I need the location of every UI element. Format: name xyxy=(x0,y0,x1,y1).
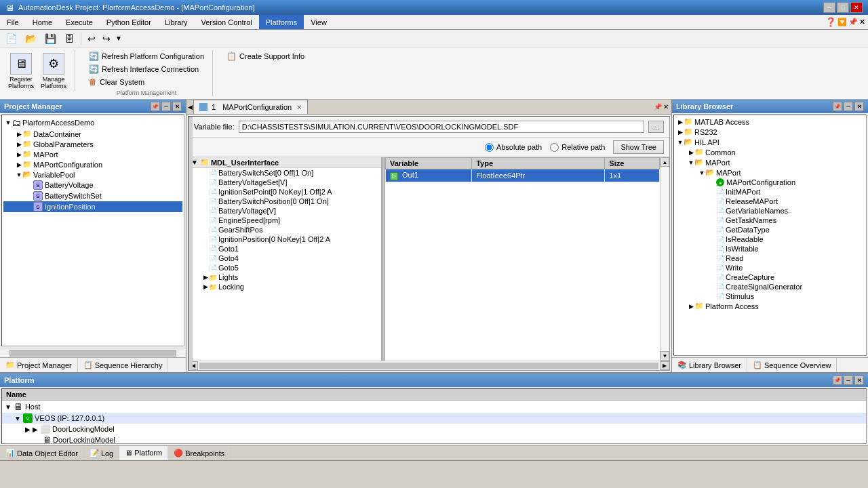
doc-tab-maportconfig[interactable]: 1 MAPortConfiguration ✕ xyxy=(193,100,308,114)
mdl-item-3[interactable]: 📄 BatterySwitchPosition[0 Off|1 On] xyxy=(189,197,381,206)
window-close-menu[interactable]: ✕ xyxy=(859,18,865,26)
lib-isreadable[interactable]: 📄 IsReadable xyxy=(675,235,865,244)
doc-tab-scroll-left[interactable]: ◀ xyxy=(186,104,193,110)
pm-pin-button[interactable]: 📌 xyxy=(151,102,160,111)
tree-item-ignitionposition[interactable]: S IgnitionPosition xyxy=(3,201,182,212)
lib-common[interactable]: ▶ 📁 Common xyxy=(675,147,865,157)
clear-system-button[interactable]: 🗑 Clear System xyxy=(86,76,207,88)
toolbar-open-icon[interactable]: 📂 xyxy=(22,32,39,45)
refresh-platform-config-button[interactable]: 🔄 Refresh Platform Configuration xyxy=(86,50,207,62)
pm-hscrollbar[interactable] xyxy=(0,348,186,357)
pin-icon[interactable]: 📌 xyxy=(848,18,858,26)
mdl-lights-expander[interactable]: ▶ xyxy=(202,274,209,281)
platform-door1-expand-icon[interactable]: ▶ xyxy=(33,426,38,433)
tree-item-batteryswitchset[interactable]: S BatterySwitchSet xyxy=(3,190,182,201)
menu-home[interactable]: Home xyxy=(26,15,59,29)
mdl-item-6[interactable]: 📄 GearShiftPos xyxy=(189,225,381,235)
relative-path-radio[interactable] xyxy=(550,143,559,152)
manage-platforms-button[interactable]: ⚙ ManagePlatforms xyxy=(38,52,69,91)
tab-log[interactable]: 📝 Log xyxy=(84,446,119,460)
lb-close-button[interactable]: ✕ xyxy=(854,102,864,111)
doc-pin-button[interactable]: 📌 xyxy=(654,103,662,110)
maximize-button[interactable]: □ xyxy=(837,2,849,13)
platform-row-veos[interactable]: ▼ V VEOS (IP: 127.0.0.1) xyxy=(2,413,866,424)
tree-item-maport[interactable]: ▶ 📁 MAPort xyxy=(3,149,182,159)
pm-close-button[interactable]: ✕ xyxy=(172,102,182,111)
lib-maport-folder[interactable]: ▼ 📂 MAPort xyxy=(675,157,865,167)
mdl-item-2[interactable]: 📄 IgnitionSetPoint[0 NoKey|1 Off|2 A xyxy=(189,187,381,197)
register-platforms-button[interactable]: 🖥 RegisterPlatforms xyxy=(5,52,37,91)
tab-library-browser[interactable]: 📚 Library Browser xyxy=(672,358,747,372)
lib-iswritable[interactable]: 📄 IsWritable xyxy=(675,244,865,253)
mdl-locking-expander[interactable]: ▶ xyxy=(202,283,209,290)
lib-createcapture[interactable]: 📄 CreateCapture xyxy=(675,272,865,282)
platform-expander-host[interactable]: ▼ xyxy=(5,403,12,411)
variable-file-browse-button[interactable]: ... xyxy=(648,121,664,133)
menu-python-editor[interactable]: Python Editor xyxy=(100,15,158,29)
toolbar-save-icon[interactable]: 💾 xyxy=(42,32,59,45)
tab-platform[interactable]: 🖥 Platform xyxy=(119,446,168,460)
lib-maport-file-expander[interactable]: ▼ xyxy=(698,169,705,176)
center-vscrollbar[interactable]: ▲ ▼ xyxy=(660,157,669,361)
lib-maportconfig[interactable]: ● MAPortConfiguration xyxy=(675,178,865,187)
lib-hil-expander[interactable]: ▼ xyxy=(677,139,684,146)
mdl-item-10[interactable]: 📄 Goto5 xyxy=(189,263,381,272)
doc-tab-close[interactable]: ✕ xyxy=(296,104,302,111)
lib-rs232-expander[interactable]: ▶ xyxy=(677,129,684,136)
lib-platform-access[interactable]: ▶ 📁 Platform Access xyxy=(675,301,865,311)
expander-variablepool[interactable]: ▼ xyxy=(16,171,22,178)
mdl-item-11[interactable]: ▶ 📁 Lights xyxy=(189,272,381,282)
mdl-item-8[interactable]: 📄 Goto1 xyxy=(189,244,381,253)
platform-close-button[interactable]: ✕ xyxy=(854,375,864,385)
lib-initmaport[interactable]: 📄 InitMAPort xyxy=(675,187,865,197)
expander-globalparams[interactable]: ▶ xyxy=(16,141,22,148)
expander-maportconfig[interactable]: ▶ xyxy=(16,161,22,168)
variable-file-input[interactable] xyxy=(239,121,644,133)
toolbar-undo-icon[interactable]: ↩ xyxy=(85,33,98,45)
platform-expander-veos[interactable]: ▼ xyxy=(14,415,21,422)
absolute-path-radio[interactable] xyxy=(485,143,494,152)
lib-getvariablenames[interactable]: 📄 GetVariableNames xyxy=(675,206,865,216)
lib-getdatatype[interactable]: 📄 GetDataType xyxy=(675,225,865,235)
tab-breakpoints[interactable]: 🔴 Breakpoints xyxy=(168,446,231,460)
lib-createsignalgenerator[interactable]: 📄 CreateSignalGenerator xyxy=(675,282,865,291)
platform-pin-button[interactable]: 📌 xyxy=(833,375,842,385)
close-button[interactable]: ✕ xyxy=(850,2,863,13)
toolbar-redo-icon[interactable]: ↪ xyxy=(100,33,113,45)
tree-item-globalparams[interactable]: ▶ 📁 GlobalParameters xyxy=(3,139,182,149)
menu-view[interactable]: View xyxy=(304,15,334,29)
lb-minimize-button[interactable]: ─ xyxy=(844,102,853,111)
lib-hil-api[interactable]: ▼ 📂 HIL API xyxy=(675,137,865,147)
help-icon[interactable]: ❓ xyxy=(825,17,836,27)
tab-project-manager[interactable]: 📁 Project Manager xyxy=(0,358,78,372)
lib-gettasknames[interactable]: 📄 GetTaskNames xyxy=(675,216,865,225)
lib-matlab-expander[interactable]: ▶ xyxy=(677,119,684,125)
mdl-item-0[interactable]: 📄 BatterySwitchSet[0 Off|1 On] xyxy=(189,168,381,178)
tab-data-object-editor[interactable]: 📊 Data Object Editor xyxy=(0,446,84,460)
lb-pin-button[interactable]: 📌 xyxy=(833,102,842,111)
platform-expander-door1[interactable]: ▶ xyxy=(25,426,31,433)
toolbar-dropdown-icon[interactable]: ▼ xyxy=(115,35,122,42)
menu-file[interactable]: File xyxy=(0,15,26,29)
platform-row-doorlocking-1[interactable]: ▶ ▶ ⬜ DoorLockingModel xyxy=(2,424,866,434)
show-tree-button[interactable]: Show Tree xyxy=(613,140,664,154)
menu-execute[interactable]: Execute xyxy=(59,15,100,29)
tree-item-batteryvoltage[interactable]: S BatteryVoltage xyxy=(3,180,182,190)
expander-maport[interactable]: ▶ xyxy=(16,151,22,158)
create-support-info-button[interactable]: 📋 Create Support Info xyxy=(224,50,307,62)
mdl-item-7[interactable]: 📄 IgnitionPosition[0 NoKey|1 Off|2 A xyxy=(189,235,381,244)
absolute-path-option[interactable]: Absolute path xyxy=(485,143,542,152)
toolbar-new-icon[interactable]: 📄 xyxy=(3,32,20,45)
collapse-icon[interactable]: 🔽 xyxy=(837,18,847,26)
mdl-item-9[interactable]: 📄 Goto4 xyxy=(189,253,381,263)
mdl-root-node[interactable]: ▼ 📁 MDL_UserInterface xyxy=(189,157,381,168)
doc-close-button[interactable]: ✕ xyxy=(663,103,669,110)
expander-root[interactable]: ▼ xyxy=(5,119,12,126)
tab-sequence-overview[interactable]: 📋 Sequence Overview xyxy=(747,358,837,372)
vscroll-left[interactable] xyxy=(189,157,193,361)
lib-releasemaport[interactable]: 📄 ReleaseMAPort xyxy=(675,197,865,206)
mdl-item-5[interactable]: 📄 EngineSpeed[rpm] xyxy=(189,216,381,225)
tree-item-variablepool[interactable]: ▼ 📂 VariablePool xyxy=(3,169,182,180)
lib-read[interactable]: 📄 Read xyxy=(675,253,865,263)
lib-write[interactable]: 📄 Write xyxy=(675,263,865,272)
